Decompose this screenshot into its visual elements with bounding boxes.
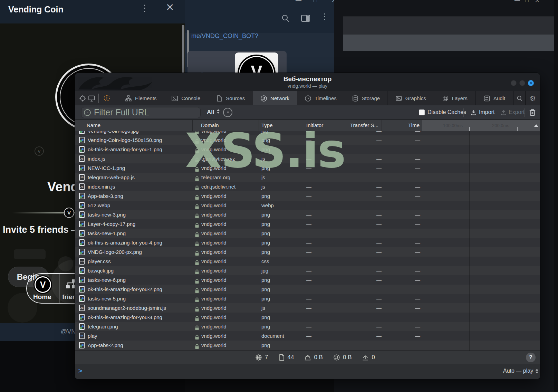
waterfall-header: 100.00ms 200.0ms: [422, 120, 540, 131]
network-table-row[interactable]: ok-this-is-amazing-for-you-4.png vndg.wo…: [75, 238, 540, 247]
file-icon: [79, 165, 85, 171]
file-icon-label: JS: [80, 175, 84, 180]
import-button[interactable]: Import: [479, 109, 494, 115]
help-button[interactable]: ?: [526, 353, 536, 362]
close-icon[interactable]: ✕: [166, 1, 174, 13]
resource-time: —: [402, 145, 420, 154]
resource-time: —: [402, 173, 420, 182]
element-picker-icon[interactable]: [79, 95, 86, 102]
issues-icon[interactable]: [103, 95, 110, 102]
tab-elements[interactable]: Elements: [118, 91, 164, 105]
tab-label: Elements: [135, 95, 157, 101]
tab-sources[interactable]: Sources: [208, 91, 253, 105]
window-edge: [554, 0, 558, 392]
tab-network[interactable]: Network: [253, 91, 297, 105]
resource-transfer-size: —: [367, 182, 382, 191]
tab-graphics[interactable]: Graphics: [387, 91, 434, 105]
resource-time: —: [402, 210, 420, 219]
column-header-transfer[interactable]: Transfer S...: [350, 122, 378, 128]
maximize-icon[interactable]: □: [314, 0, 317, 4]
device-icon[interactable]: [88, 95, 95, 102]
tab-timelines[interactable]: Timelines: [297, 91, 344, 105]
column-header-name[interactable]: Name: [87, 122, 100, 128]
resource-domain: vndg.world: [201, 257, 227, 266]
network-table-row[interactable]: JS soundmanager2-nodebug-jsmin.js vndg.w…: [75, 303, 540, 313]
image-icon-dot: [81, 213, 84, 216]
resource-name: tasks-new-6.png: [88, 275, 126, 285]
resource-domain: vndg.world: [201, 210, 227, 219]
network-table-row[interactable]: <> play vndg.world document — — —: [75, 331, 540, 341]
resource-domain: vndg.world: [201, 285, 227, 294]
resource-name: Layer-4-copy-17.png: [88, 219, 135, 229]
tab-console[interactable]: Console: [164, 91, 208, 105]
network-table-row[interactable]: App-tabs-2.png vndg.world png — — —: [75, 341, 540, 350]
resource-initiator: —: [306, 285, 311, 294]
bot-link[interactable]: me/VNDG_COIN_BOT?: [191, 32, 258, 40]
stat-value: 7: [265, 354, 268, 361]
tab-storage[interactable]: Storage: [344, 91, 387, 105]
network-table-row[interactable]: bawqck.jpg vndg.world jpg — — —: [75, 266, 540, 275]
xss-watermark: XSS.is: [185, 123, 345, 179]
image-icon-dot: [81, 139, 84, 141]
nav-friends-tab[interactable]: frien: [62, 293, 76, 301]
close-button[interactable]: ✕: [528, 80, 534, 86]
inspector-settings-button[interactable]: ⚙: [525, 91, 540, 105]
network-table-row[interactable]: ok-this-is-amazing-for-you-3.png vndg.wo…: [75, 313, 540, 322]
resource-transfer-size: —: [367, 173, 382, 182]
resource-domain: vndg.world: [201, 303, 227, 313]
minimize-icon[interactable]: —: [514, 0, 520, 3]
resource-transfer-size: —: [367, 210, 382, 219]
maximize-button[interactable]: [519, 80, 525, 86]
kebab-menu-icon[interactable]: ⋮: [140, 3, 149, 13]
file-icon: [79, 249, 85, 255]
network-table-row[interactable]: tasks-new-1.png vndg.world png — — —: [75, 229, 540, 238]
network-table-row[interactable]: tasks-new-3.png vndg.world png — — —: [75, 210, 540, 219]
kebab-menu-icon[interactable]: ⋮: [320, 12, 329, 21]
scope-value: All: [207, 109, 214, 115]
file-icon: JS: [79, 183, 85, 190]
expand-chevron-icon[interactable]: >: [78, 367, 82, 375]
network-table-row[interactable]: JS index.min.js cdn.jsdelivr.net js — — …: [75, 182, 540, 191]
file-icon: [79, 211, 85, 218]
split-view-icon[interactable]: [301, 15, 310, 23]
network-table-row[interactable]: 512.webp vndg.world webp — — —: [75, 201, 540, 210]
search-icon: [516, 95, 523, 102]
export-button[interactable]: Export: [509, 109, 525, 115]
sort-indicator-icon[interactable]: [534, 124, 538, 127]
resource-transfer-size: —: [367, 331, 382, 341]
network-table-row[interactable]: App-tabs-3.png vndg.world png — — —: [75, 191, 540, 201]
maximize-icon[interactable]: □: [525, 0, 529, 3]
network-table-row[interactable]: Layer-4-copy-17.png vndg.world png — — —: [75, 219, 540, 229]
tab-audit[interactable]: Audit: [475, 91, 513, 105]
network-table-row[interactable]: tasks-new-5.png vndg.world png — — —: [75, 294, 540, 303]
clear-network-items-icon[interactable]: [529, 108, 536, 118]
resource-time: —: [402, 266, 420, 275]
filter-input[interactable]: [81, 107, 201, 118]
column-separator[interactable]: [382, 120, 382, 131]
disable-caches-checkbox[interactable]: [419, 109, 425, 115]
scope-dropdown[interactable]: All: [207, 109, 220, 116]
tab-layers[interactable]: Layers: [434, 91, 475, 105]
auto-mode-dropdown[interactable]: Auto — play: [503, 368, 538, 374]
tab-label: Audit: [493, 95, 505, 101]
nav-home-tab[interactable]: Home: [33, 293, 51, 301]
inspector-search-button[interactable]: [513, 91, 525, 105]
column-separator[interactable]: [348, 120, 348, 131]
minimize-icon[interactable]: —: [296, 0, 301, 4]
column-header-time[interactable]: Time: [400, 122, 420, 128]
import-icon[interactable]: [470, 109, 477, 117]
network-table-row[interactable]: ok-this-is-amazing-for-you-2.png vndg.wo…: [75, 285, 540, 294]
search-icon[interactable]: [281, 14, 290, 24]
network-table-row[interactable]: VNDG-logo-200-px.png vndg.world png — — …: [75, 247, 540, 257]
home-coin-icon: V: [35, 276, 51, 293]
waterfall-gridline: [469, 131, 470, 351]
stat-domains: 7: [255, 354, 268, 361]
filter-options-icon[interactable]: ≡: [223, 108, 232, 117]
tab-label: Storage: [362, 95, 380, 101]
minimize-button[interactable]: [511, 80, 517, 86]
network-table-row[interactable]: telegram.png vndg.world png — — —: [75, 322, 540, 331]
network-table-row[interactable]: tasks-new-6.png vndg.world png — — —: [75, 275, 540, 285]
close-icon[interactable]: ✕: [535, 0, 539, 4]
resource-domain: vndg.world: [201, 219, 227, 229]
network-table-row[interactable]: css player.css vndg.world css — — —: [75, 257, 540, 266]
